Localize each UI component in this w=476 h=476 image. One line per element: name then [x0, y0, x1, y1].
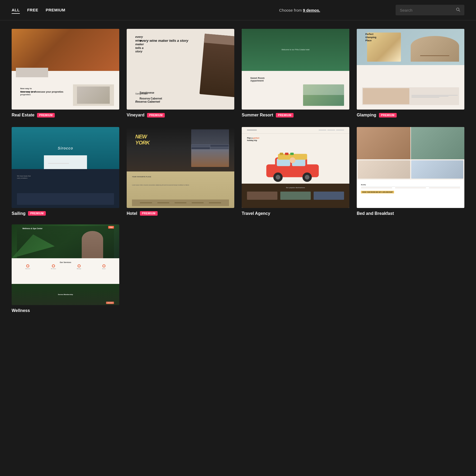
- choose-text: Choose from 9 demos.: [204, 8, 396, 12]
- svg-point-9: [305, 175, 310, 180]
- demo-thumbnail-summer-resort: Welcome to our Piña Colada hotel Sweet R…: [242, 29, 349, 110]
- search-icon: [456, 7, 460, 13]
- demo-grid: New way toshowcase yourpropreties Real E…: [0, 20, 476, 224]
- demo-grid-bottom: Wellness & Spa Center FREE Our Services …: [0, 224, 476, 325]
- demo-card-real-estate[interactable]: New way toshowcase yourpropreties Real E…: [12, 29, 119, 117]
- svg-point-7: [276, 175, 281, 180]
- demo-thumbnail-bed-breakfast: Buddy BOOK YOUR ROOM AND GET A 20% DISCO…: [357, 127, 464, 208]
- premium-badge-hotel: PREMIUM: [140, 211, 158, 216]
- demo-card-hotel[interactable]: NEWYORK YOUR FAVOURITE PLACE Lorem ipsum…: [127, 127, 234, 216]
- svg-point-14: [290, 157, 295, 163]
- demo-card-vineyard[interactable]: everywinemakertells astory Sangiovese Re…: [127, 29, 234, 117]
- demo-label-vineyard: Vineyard PREMIUM: [127, 113, 234, 117]
- demo-card-sailing[interactable]: Sirocco We have boats thatcarry emotions…: [12, 127, 119, 216]
- demo-thumbnail-real-estate: New way toshowcase yourpropreties: [12, 29, 119, 110]
- demo-card-bed-breakfast[interactable]: Buddy BOOK YOUR ROOM AND GET A 20% DISCO…: [357, 127, 464, 216]
- demo-card-wellness[interactable]: Wellness & Spa Center FREE Our Services …: [12, 224, 119, 313]
- filter-premium[interactable]: PREMIUM: [46, 7, 65, 14]
- demo-thumbnail-travel-agency: Plan a perfectholiday trip: [242, 127, 349, 208]
- demo-label-real-estate: Real Estate PREMIUM: [12, 113, 119, 117]
- premium-badge-vineyard: PREMIUM: [147, 113, 165, 117]
- demo-label-travel-agency: Travel Agency: [242, 211, 349, 216]
- filter-all[interactable]: ALL: [12, 7, 20, 14]
- demo-label-sailing: Sailing PREMIUM: [12, 211, 119, 216]
- premium-badge-sailing: PREMIUM: [28, 211, 46, 216]
- demo-thumbnail-glamping: PerfectGlampingPlace: [357, 29, 464, 110]
- demo-thumbnail-sailing: Sirocco We have boats thatcarry emotions: [12, 127, 119, 208]
- svg-rect-13: [290, 153, 294, 155]
- premium-badge-real-estate: PREMIUM: [37, 113, 55, 117]
- premium-badge-summer-resort: PREMIUM: [276, 113, 294, 117]
- premium-badge-glamping: PREMIUM: [379, 113, 397, 117]
- search-wrapper: [396, 5, 464, 15]
- svg-rect-12: [285, 153, 289, 155]
- demo-card-summer-resort[interactable]: Welcome to our Piña Colada hotel Sweet R…: [242, 29, 349, 117]
- svg-rect-11: [280, 153, 283, 155]
- filter-free[interactable]: FREE: [27, 7, 38, 14]
- demo-thumbnail-vineyard: everywinemakertells astory Sangiovese Re…: [127, 29, 234, 110]
- demo-label-bed-breakfast: Bed and Breakfast: [357, 211, 464, 216]
- demo-card-travel-agency[interactable]: Plan a perfectholiday trip: [242, 127, 349, 216]
- filter-tabs: ALL FREE PREMIUM: [12, 7, 204, 14]
- search-input[interactable]: [400, 8, 453, 12]
- demo-label-summer-resort: Summer Resort PREMIUM: [242, 113, 349, 117]
- svg-line-1: [459, 10, 460, 11]
- top-bar: ALL FREE PREMIUM Choose from 9 demos.: [0, 0, 476, 20]
- demo-card-glamping[interactable]: PerfectGlampingPlace Glamping PREMIUM: [357, 29, 464, 117]
- demo-label-hotel: Hotel PREMIUM: [127, 211, 234, 216]
- demo-label-wellness: Wellness: [12, 308, 119, 313]
- demo-thumbnail-hotel: NEWYORK YOUR FAVOURITE PLACE Lorem ipsum…: [127, 127, 234, 208]
- demo-thumbnail-wellness: Wellness & Spa Center FREE Our Services …: [12, 224, 119, 305]
- demos-link[interactable]: 9 demos.: [303, 8, 320, 12]
- demo-label-glamping: Glamping PREMIUM: [357, 113, 464, 117]
